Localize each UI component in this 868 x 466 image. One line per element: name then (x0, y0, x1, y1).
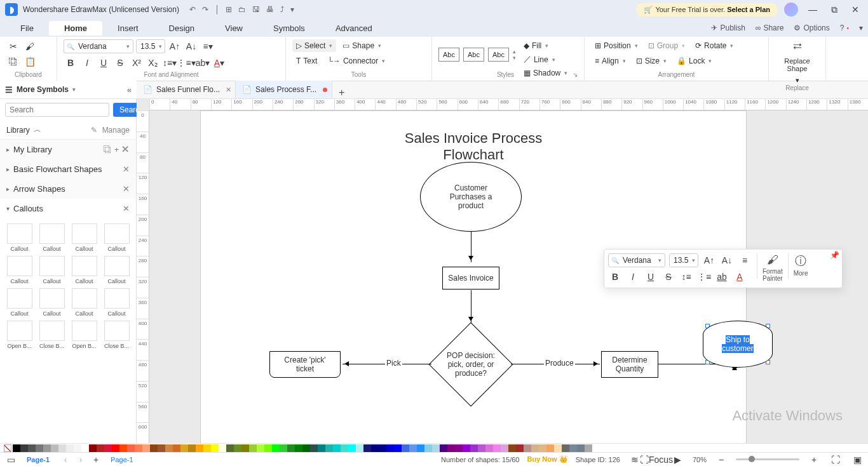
menu-design[interactable]: Design (154, 21, 210, 36)
color-swatch[interactable] (394, 444, 402, 452)
section-basic-flowchart[interactable]: ▸Basic Flowchart Shapes✕ (0, 159, 136, 179)
style-preset-1[interactable]: Abc (438, 48, 459, 62)
collapse-ribbon[interactable]: ▾ (859, 23, 863, 32)
color-swatch[interactable] (341, 444, 348, 452)
color-swatch[interactable] (402, 444, 409, 452)
color-swatch[interactable] (241, 444, 249, 452)
add-tab-button[interactable]: + (332, 87, 351, 98)
color-swatch[interactable] (554, 444, 562, 452)
callout-item[interactable]: Callout (5, 288, 34, 317)
color-swatch[interactable] (28, 444, 36, 452)
color-swatch[interactable] (264, 444, 272, 452)
rotate-button[interactable]: ⟳ Rotate (691, 39, 737, 52)
lock-button[interactable]: 🔒 Lock (673, 55, 715, 67)
callout-item[interactable]: Close B... (37, 321, 66, 349)
node-ship[interactable]: Ship tocustomer (703, 321, 773, 368)
search-input[interactable] (5, 103, 109, 117)
menu-view[interactable]: View (210, 21, 258, 36)
edit-icon[interactable]: ✎ (91, 126, 97, 135)
close-icon[interactable]: ✕ (123, 184, 130, 194)
style-preset-2[interactable]: Abc (463, 48, 484, 62)
buy-now-link[interactable]: Buy Now 👑 (527, 455, 568, 463)
ft-line-spacing[interactable]: ↕≡ (679, 270, 693, 284)
next-page-button[interactable]: › (74, 453, 88, 467)
color-swatch[interactable] (379, 444, 386, 452)
color-swatch[interactable] (226, 444, 234, 452)
color-swatch[interactable] (440, 444, 447, 452)
document-tab-1[interactable]: 📄 Sales Funnel Flo... ✕ (137, 81, 236, 98)
floating-format-toolbar[interactable]: Verdana 13.5 A↑ A↓ ≡ B I U S ↕≡ ⋮≡ ab A (604, 249, 843, 288)
zoom-in-button[interactable]: + (807, 453, 821, 467)
canvas-area[interactable]: 0408012016020024028032036040044048052056… (137, 99, 868, 443)
qat-more[interactable]: ▾ (290, 5, 294, 14)
print-button[interactable]: 🖶 (266, 5, 274, 14)
bold-button[interactable]: B (64, 56, 78, 70)
color-swatch[interactable] (280, 444, 287, 452)
color-swatch[interactable] (211, 444, 219, 452)
callout-item[interactable]: Callout (37, 256, 66, 284)
color-swatch[interactable] (219, 444, 226, 452)
color-swatch[interactable] (97, 444, 104, 452)
ft-underline[interactable]: U (644, 270, 658, 284)
ft-increase-font[interactable]: A↑ (702, 253, 716, 267)
section-arrow-shapes[interactable]: ▸Arrow Shapes✕ (0, 179, 136, 199)
callout-item[interactable]: Callout (70, 256, 98, 284)
color-swatch[interactable] (470, 444, 478, 452)
color-swatch[interactable] (20, 444, 28, 452)
styles-launcher[interactable]: ↘ (573, 71, 578, 78)
page-list-button[interactable]: ▭ (4, 453, 18, 467)
menu-advanced[interactable]: Advanced (320, 21, 388, 36)
underline-button[interactable]: U (97, 56, 111, 70)
format-painter-button[interactable]: 🖌 (23, 39, 37, 53)
color-swatch[interactable] (36, 444, 43, 452)
color-swatch[interactable] (325, 444, 333, 452)
publish-button[interactable]: ✈Publish (711, 23, 745, 32)
fit-page-button[interactable]: ⛶ (829, 453, 843, 467)
node-pick[interactable]: Create 'pick' ticket (269, 351, 341, 378)
export-button[interactable]: ⤴ (280, 5, 284, 14)
color-swatch[interactable] (531, 444, 539, 452)
line-button[interactable]: ／ Line (520, 52, 571, 67)
color-swatch[interactable] (66, 444, 74, 452)
color-swatch[interactable] (524, 444, 531, 452)
new-button[interactable]: ⊞ (226, 5, 232, 14)
close-icon[interactable]: ✕ (123, 164, 130, 174)
color-swatch[interactable] (272, 444, 280, 452)
subscript-button[interactable]: X₂ (146, 56, 160, 70)
color-swatch[interactable] (417, 444, 424, 452)
menu-symbols[interactable]: Symbols (258, 21, 320, 36)
copy-button[interactable]: ⿻ (6, 55, 20, 69)
add-page-button[interactable]: + (89, 453, 103, 467)
more-symbols-dropdown[interactable]: More Symbols (17, 85, 76, 94)
color-swatch[interactable] (135, 444, 142, 452)
undo-button[interactable]: ↶ (189, 5, 196, 14)
color-swatch[interactable] (119, 444, 127, 452)
document-tab-2[interactable]: 📄 Sales Process F... (236, 81, 332, 98)
superscript-button[interactable]: X² (130, 56, 144, 70)
color-swatch[interactable] (546, 444, 554, 452)
ft-highlight[interactable]: ab (715, 270, 729, 284)
color-swatch[interactable] (51, 444, 58, 452)
align-v-button[interactable]: ≡▾ (201, 39, 215, 53)
color-swatch[interactable] (463, 444, 470, 452)
color-swatch[interactable] (485, 444, 493, 452)
callout-item[interactable]: Callout (37, 288, 66, 317)
color-swatch[interactable] (188, 444, 196, 452)
color-swatch[interactable] (386, 444, 394, 452)
color-swatch[interactable] (432, 444, 440, 452)
highlight-button[interactable]: ab▾ (196, 56, 210, 70)
presentation-icon[interactable]: ▶ (671, 453, 685, 467)
font-size-select[interactable]: 13.5 (136, 39, 165, 53)
shape-tool[interactable]: ▭ Shape (339, 39, 385, 52)
decrease-font-button[interactable]: A↓ (184, 39, 198, 53)
color-swatch[interactable] (257, 444, 264, 452)
color-swatch[interactable] (501, 444, 508, 452)
color-swatch[interactable] (249, 444, 257, 452)
color-swatch[interactable] (516, 444, 524, 452)
color-swatch[interactable] (203, 444, 211, 452)
color-swatch[interactable] (424, 444, 432, 452)
help-button[interactable]: ?• (840, 23, 849, 32)
position-button[interactable]: ⊞ Position (591, 39, 642, 52)
menu-home[interactable]: Home (49, 21, 102, 36)
ft-align[interactable]: ≡ (738, 253, 752, 267)
